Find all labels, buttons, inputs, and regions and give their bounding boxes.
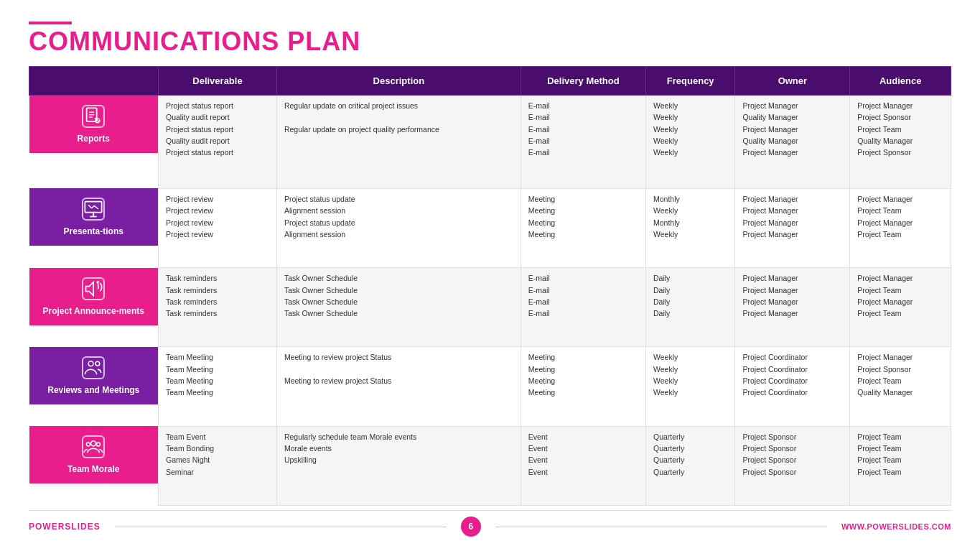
col-header-deliverable: Deliverable — [159, 67, 277, 96]
category-label-announcements: Project Announce-ments — [42, 306, 144, 316]
col-header-delivery: Delivery Method — [521, 67, 645, 96]
col-header-audience: Audience — [850, 67, 951, 96]
deliverable-announcements: Task remindersTask remindersTask reminde… — [159, 268, 277, 347]
svg-point-15 — [97, 443, 101, 446]
category-label-reviews: Reviews and Meetings — [47, 385, 139, 395]
svg-point-11 — [88, 361, 93, 366]
footer-brand-slides: SLIDES — [65, 522, 100, 532]
deliverable-morale: Team EventTeam BondingGames NightSeminar — [159, 426, 277, 505]
deliverable-presentations: Project reviewProject reviewProject revi… — [159, 188, 277, 267]
description-announcements: Task Owner ScheduleTask Owner ScheduleTa… — [276, 268, 521, 347]
col-header-frequency: Frequency — [646, 67, 735, 96]
col-header-owner: Owner — [735, 67, 850, 96]
frequency-morale: QuarterlyQuarterlyQuarterlyQuarterly — [646, 426, 735, 505]
audience-announcements: Project ManagerProject TeamProject Manag… — [850, 268, 951, 347]
category-label-reports: Reports — [78, 134, 110, 144]
page-container: COMMUNICATIONS PLAN Deliverable Descript… — [0, 0, 980, 551]
description-presentations: Project status updateAlignment sessionPr… — [276, 188, 521, 267]
footer: POWERSLIDES 6 WWW.POWERSLIDES.COM — [29, 510, 951, 537]
delivery-reviews: MeetingMeetingMeetingMeeting — [521, 347, 645, 426]
svg-line-9 — [92, 206, 95, 209]
category-inner-reviews: Reviews and Meetings — [29, 347, 159, 404]
morale-icon — [82, 435, 105, 458]
deliverable-reports: Project status reportQuality audit repor… — [159, 96, 277, 189]
category-inner-presentations: Presenta-tions — [29, 188, 159, 246]
category-label-presentations: Presenta-tions — [64, 226, 123, 236]
title-part2: PLAN — [287, 27, 360, 56]
frequency-announcements: DailyDailyDailyDaily — [646, 268, 735, 347]
category-label-morale: Team Morale — [67, 464, 119, 474]
category-reports: Reports — [29, 96, 159, 189]
category-inner-morale: Team Morale — [29, 426, 159, 483]
description-reports: Regular update on critical project issue… — [276, 96, 521, 189]
table-row: Team Morale Team EventTeam BondingGames … — [29, 426, 951, 505]
footer-page-number: 6 — [461, 517, 481, 537]
delivery-morale: EventEventEventEvent — [521, 426, 645, 505]
table-wrapper: Deliverable Description Delivery Method … — [29, 66, 951, 506]
frequency-reports: WeeklyWeeklyWeeklyWeeklyWeekly — [646, 96, 735, 189]
col-header-empty — [29, 67, 159, 96]
audience-reports: Project ManagerProject SponsorProject Te… — [850, 96, 951, 189]
category-inner-reports: Reports — [29, 96, 159, 153]
table-row: Project Announce-ments Task remindersTas… — [29, 268, 951, 347]
table-header-row: Deliverable Description Delivery Method … — [29, 67, 951, 96]
reviews-icon — [82, 356, 105, 379]
category-inner-announcements: Project Announce-ments — [29, 268, 159, 325]
owner-morale: Project SponsorProject SponsorProject Sp… — [735, 426, 850, 505]
category-morale: Team Morale — [29, 426, 159, 505]
owner-reviews: Project CoordinatorProject CoordinatorPr… — [735, 347, 850, 426]
accent-line — [29, 22, 72, 24]
owner-reports: Project ManagerQuality ManagerProject Ma… — [735, 96, 850, 189]
announcements-icon — [82, 277, 105, 300]
description-reviews: Meeting to review project StatusMeeting … — [276, 347, 521, 426]
table-row: Reports Project status reportQuality aud… — [29, 96, 951, 189]
presentations-icon — [82, 198, 105, 221]
frequency-presentations: MonthlyWeeklyMonthlyWeekly — [646, 188, 735, 267]
table-row: Reviews and Meetings Team MeetingTeam Me… — [29, 347, 951, 426]
category-presentations: Presenta-tions — [29, 188, 159, 267]
deliverable-reviews: Team MeetingTeam MeetingTeam MeetingTeam… — [159, 347, 277, 426]
frequency-reviews: WeeklyWeeklyWeeklyWeekly — [646, 347, 735, 426]
svg-point-14 — [87, 443, 90, 446]
header-section: COMMUNICATIONS PLAN — [29, 22, 951, 55]
svg-point-12 — [95, 361, 100, 366]
svg-line-8 — [88, 205, 92, 208]
audience-presentations: Project ManagerProject TeamProject Manag… — [850, 188, 951, 267]
communications-table: Deliverable Description Delivery Method … — [29, 66, 951, 506]
svg-line-10 — [94, 206, 98, 210]
table-row: Presenta-tions Project reviewProject rev… — [29, 188, 951, 267]
audience-morale: Project TeamProject TeamProject TeamProj… — [850, 426, 951, 505]
audience-reviews: Project ManagerProject SponsorProject Te… — [850, 347, 951, 426]
svg-point-13 — [91, 441, 96, 446]
owner-announcements: Project ManagerProject ManagerProject Ma… — [735, 268, 850, 347]
reports-icon — [82, 105, 105, 128]
footer-brand: POWERSLIDES — [29, 522, 101, 532]
page-title: COMMUNICATIONS PLAN — [29, 29, 951, 55]
delivery-announcements: E-mailE-mailE-mailE-mail — [521, 268, 645, 347]
category-announcements: Project Announce-ments — [29, 268, 159, 347]
footer-url: WWW.POWERSLIDES.COM — [841, 522, 951, 531]
description-morale: Regularly schedule team Morale eventsMor… — [276, 426, 521, 505]
footer-brand-power: POWER — [29, 522, 65, 532]
owner-presentations: Project ManagerProject ManagerProject Ma… — [735, 188, 850, 267]
col-header-description: Description — [276, 67, 521, 96]
delivery-presentations: MeetingMeetingMeetingMeeting — [521, 188, 645, 267]
delivery-reports: E-mailE-mailE-mailE-mailE-mail — [521, 96, 645, 189]
category-reviews: Reviews and Meetings — [29, 347, 159, 426]
title-part1: COMMUNICATIONS — [29, 27, 287, 56]
